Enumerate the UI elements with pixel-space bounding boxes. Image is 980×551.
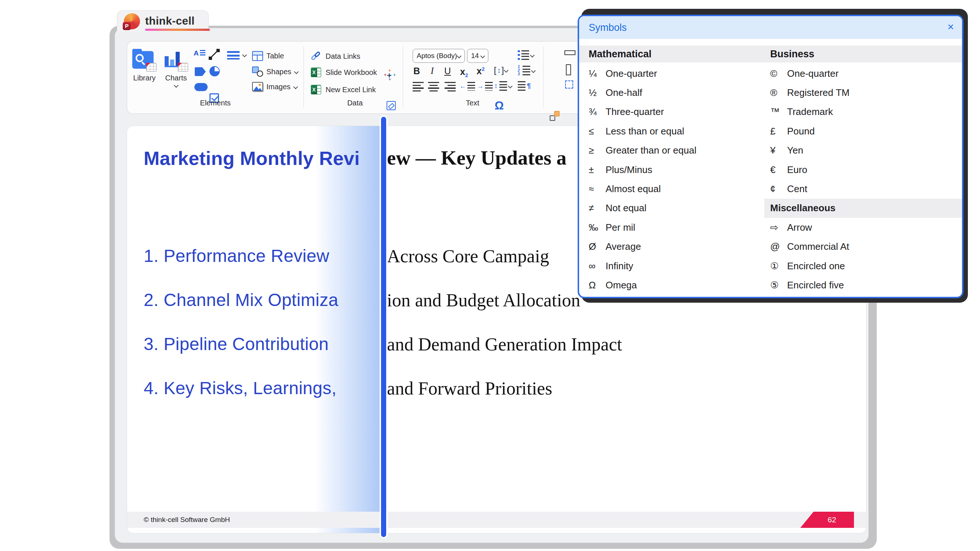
agenda-item[interactable]: 4. Key Risks, Learnings, and Forward Pri… — [127, 378, 866, 402]
close-icon[interactable]: × — [947, 16, 954, 38]
images-button[interactable]: Images — [252, 82, 297, 92]
align-center-button[interactable] — [428, 82, 439, 92]
agenda-item[interactable]: 3. Pipeline Contribution and Demand Gene… — [127, 334, 866, 357]
symbol-glyph: ≤ — [589, 125, 606, 137]
process-flow-button[interactable] — [195, 67, 206, 76]
decrease-indent-button[interactable]: ← — [460, 82, 475, 91]
width-tool-button[interactable] — [565, 50, 576, 55]
table-button[interactable]: Table — [252, 51, 284, 61]
hamburger-icon — [227, 51, 240, 59]
font-compare-divider-handle[interactable] — [381, 117, 386, 537]
symbol-item[interactable]: @Commercial At — [770, 237, 954, 256]
symbol-label: Omega — [606, 279, 637, 291]
symbol-item[interactable]: ①Encircled one — [770, 256, 954, 275]
align-left-button[interactable] — [413, 82, 424, 92]
symbol-item[interactable]: ®Registered TM — [770, 83, 954, 102]
align-right-button[interactable] — [445, 82, 456, 92]
mini-spreadsheet-icon — [178, 63, 188, 71]
bold-button[interactable]: B — [414, 66, 420, 76]
symbol-glyph: ¢ — [770, 183, 787, 195]
italic-button[interactable]: I — [431, 66, 434, 76]
symbol-item[interactable]: ⇨Arrow — [770, 218, 954, 237]
shapes-button[interactable]: Shapes — [252, 67, 298, 77]
agenda-item-serif: ion and Budget Allocation — [387, 289, 580, 311]
symbol-item[interactable]: ¾Three-quarter — [589, 103, 761, 122]
mathematical-column: ¼One-quarter½One-half¾Three-quarter≤Less… — [589, 64, 761, 295]
symbol-label: Cent — [787, 183, 807, 195]
link-icon — [311, 51, 321, 61]
agenda-item-sans: 3. Pipeline Contribution — [144, 334, 329, 354]
font-name-select[interactable]: Aptos (Body) — [413, 49, 465, 63]
symbol-item[interactable]: ≤Less than or equal — [589, 122, 761, 141]
excel-icon: X — [311, 85, 321, 94]
symbol-item[interactable]: £Pound — [770, 122, 954, 141]
symbol-label: Plus/Minus — [606, 164, 652, 176]
character-spacing-button[interactable]: [↕] — [494, 65, 508, 75]
symbol-item[interactable]: ½One-half — [589, 83, 761, 102]
agenda-item-serif: Across Core Campaig — [387, 245, 549, 267]
library-button[interactable]: Library — [132, 49, 156, 82]
symbol-glyph: ≠ — [589, 202, 606, 214]
symbol-item[interactable]: ¼One-quarter — [589, 64, 761, 83]
paragraph-marks-button[interactable]: ¶ — [518, 81, 531, 91]
symbol-item[interactable]: ≈Almost equal — [589, 179, 761, 198]
same-level-list-button[interactable] — [227, 51, 240, 59]
bring-to-front-button[interactable] — [550, 111, 560, 121]
new-excel-link-label: New Excel Link — [326, 86, 376, 94]
position-tool-button[interactable] — [565, 81, 573, 89]
harvey-ball-button[interactable] — [210, 66, 220, 76]
dialog-title: Symbols — [589, 16, 627, 39]
text-box-button[interactable]: A — [194, 50, 205, 57]
symbol-item[interactable]: ±Plus/Minus — [589, 160, 761, 179]
agenda-item-serif: and Forward Priorities — [387, 378, 552, 399]
app-tab[interactable]: P think-cell — [117, 10, 209, 32]
underline-button[interactable]: U — [444, 66, 451, 76]
subscript-button[interactable]: x2 — [460, 67, 468, 78]
bullet-list-button[interactable] — [518, 50, 534, 60]
symbol-item[interactable]: ⑤Encircled five — [770, 275, 954, 295]
chevron-down-icon[interactable] — [242, 52, 247, 57]
increase-indent-button[interactable]: → — [477, 82, 493, 91]
symbol-item[interactable]: ¥Yen — [770, 141, 954, 160]
group-separator — [543, 47, 544, 108]
brand-gradient-underline — [145, 29, 210, 31]
images-label: Images — [266, 83, 291, 91]
symbol-label: Average — [606, 241, 641, 252]
symbol-item[interactable]: ΩOmega — [589, 275, 761, 295]
rounded-rectangle-button[interactable] — [194, 83, 208, 91]
symbol-glyph: ‰ — [589, 222, 606, 233]
symbol-item[interactable]: ‰Per mil — [589, 218, 761, 237]
symbol-item[interactable]: ØAverage — [589, 237, 761, 256]
linked-box-icon[interactable] — [387, 101, 396, 110]
symbol-item[interactable]: ¢Cent — [770, 179, 954, 198]
charts-label: Charts — [164, 74, 188, 82]
mathematical-column-header: Mathematical — [589, 46, 652, 62]
symbol-label: Arrow — [787, 222, 812, 233]
group-separator — [403, 47, 403, 108]
font-name-value: Aptos (Body) — [417, 52, 457, 60]
font-size-select[interactable]: 14 — [467, 49, 488, 63]
connector-button[interactable] — [209, 49, 220, 60]
superscript-button[interactable]: x2 — [477, 66, 485, 76]
tableau-links-button[interactable]: +++++ — [384, 69, 395, 81]
charts-button[interactable]: Charts — [164, 49, 188, 90]
data-links-button[interactable]: Data Links — [311, 51, 361, 61]
symbol-glyph: ¼ — [589, 68, 606, 79]
data-links-label: Data Links — [326, 52, 361, 60]
height-tool-button[interactable] — [566, 64, 571, 75]
symbol-item[interactable]: ∞Infinity — [589, 256, 761, 275]
symbol-item[interactable]: €Euro — [770, 160, 954, 179]
symbol-label: Three-quarter — [606, 106, 664, 118]
symbol-label: Encircled five — [787, 279, 844, 291]
symbol-item[interactable]: ©One-quarter — [770, 64, 954, 83]
search-icon — [135, 54, 144, 62]
agenda-item-sans: 1. Performance Review — [144, 246, 329, 265]
symbol-label: One-half — [606, 87, 642, 98]
slide-workbook-button[interactable]: X Slide Workbook — [311, 68, 377, 77]
new-excel-link-button[interactable]: X New Excel Link — [311, 85, 376, 94]
symbol-item[interactable]: ™Trademark — [770, 103, 954, 122]
symbol-item[interactable]: ≥Greater than or equal — [589, 141, 761, 160]
line-spacing-button[interactable]: ↕ — [494, 81, 512, 91]
numbered-list-button[interactable]: 1 2 3 — [518, 65, 535, 76]
symbol-item[interactable]: ≠Not equal — [589, 199, 761, 218]
